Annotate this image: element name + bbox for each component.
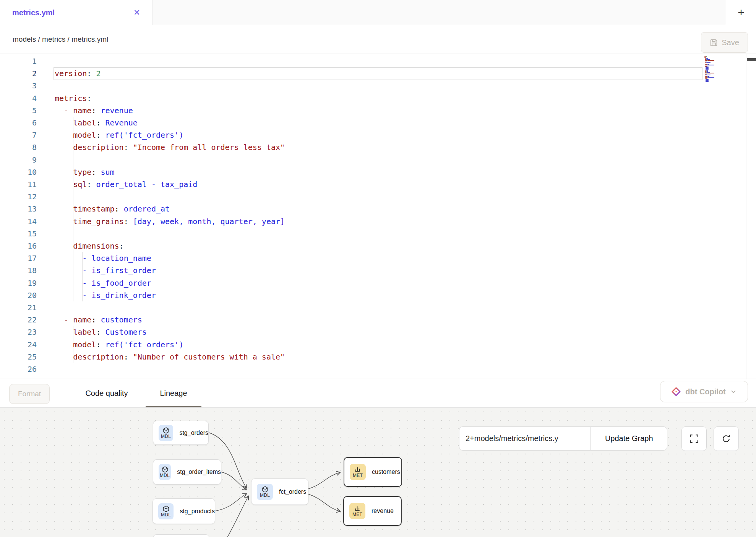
node-badge: MET bbox=[349, 503, 365, 519]
fullscreen-button[interactable] bbox=[681, 426, 707, 451]
node-badge-label: MET bbox=[352, 512, 362, 517]
minimap-line bbox=[706, 56, 707, 57]
line-number: 9 bbox=[15, 154, 37, 166]
tab-lineage[interactable]: Lineage bbox=[146, 379, 201, 407]
update-graph-button[interactable]: Update Graph bbox=[591, 427, 667, 450]
code-text: sql: order_total - tax_paid bbox=[55, 178, 197, 190]
indent-guide bbox=[82, 252, 83, 301]
line-number: 12 bbox=[15, 190, 37, 203]
code-line[interactable]: 10 type: sum bbox=[0, 166, 702, 179]
metric-chart-icon bbox=[354, 505, 361, 512]
scrollbar-thumb[interactable] bbox=[747, 58, 756, 61]
lineage-node-customers[interactable]: METcustomers bbox=[344, 457, 402, 487]
line-number: 19 bbox=[15, 277, 37, 289]
minimap-line bbox=[706, 62, 711, 63]
save-button[interactable]: Save bbox=[701, 32, 748, 53]
code-line[interactable]: 2version: 2 bbox=[0, 67, 702, 80]
code-line[interactable]: 24 model: ref('fct_orders') bbox=[0, 338, 702, 351]
save-label: Save bbox=[722, 38, 739, 47]
line-number: 17 bbox=[15, 252, 37, 264]
dbt-copilot-label: dbt Copilot bbox=[685, 387, 726, 396]
node-label: customers bbox=[372, 469, 400, 475]
code-line[interactable]: 26 bbox=[0, 363, 702, 376]
node-badge-label: MET bbox=[353, 473, 363, 478]
tab-strip-empty bbox=[153, 0, 726, 25]
node-label: fct_orders bbox=[279, 488, 306, 495]
minimap-line bbox=[706, 69, 709, 70]
minimap-line bbox=[706, 75, 711, 75]
code-text: - name: customers bbox=[55, 314, 142, 326]
line-number: 22 bbox=[15, 314, 37, 326]
code-text: label: Customers bbox=[55, 326, 147, 338]
code-line[interactable]: 3 bbox=[0, 80, 702, 92]
code-line[interactable]: 20 - is_drink_order bbox=[0, 289, 702, 302]
graph-selector-input[interactable] bbox=[459, 427, 591, 450]
code-text: - is_first_order bbox=[55, 264, 156, 277]
dbt-copilot-button[interactable]: dbt Copilot bbox=[660, 381, 748, 402]
code-line[interactable]: 22 - name: customers bbox=[0, 314, 702, 326]
code-line[interactable]: 21 bbox=[0, 301, 702, 314]
code-line[interactable]: 13 timestamp: ordered_at bbox=[0, 203, 702, 215]
indent-guide bbox=[73, 117, 73, 301]
indent-guide bbox=[64, 104, 64, 363]
model-cube-icon bbox=[261, 486, 269, 493]
code-text: description: "Number of customers with a… bbox=[55, 351, 285, 363]
lineage-node-revenue[interactable]: METrevenue bbox=[343, 496, 402, 526]
edge-fct_orders-to-revenue bbox=[308, 494, 340, 511]
code-text: - is_drink_order bbox=[55, 289, 156, 301]
line-number: 8 bbox=[15, 141, 37, 153]
lineage-node-fct_orders[interactable]: MDLfct_orders bbox=[251, 478, 308, 505]
code-line[interactable]: 7 model: ref('fct_orders') bbox=[0, 129, 702, 142]
node-label: stg_orders bbox=[179, 430, 208, 436]
minimap-line bbox=[705, 73, 707, 73]
code-line[interactable]: 6 label: Revenue bbox=[0, 117, 702, 129]
minimap-line bbox=[708, 65, 714, 65]
code-line[interactable]: 8 description: "Income from all orders l… bbox=[0, 141, 702, 154]
new-tab-button[interactable]: + bbox=[726, 0, 756, 25]
line-number: 1 bbox=[15, 55, 37, 67]
chevron-down-icon bbox=[730, 389, 737, 395]
tab-metrics-yml[interactable]: metrics.yml ✕ bbox=[0, 0, 152, 25]
code-text: timestamp: ordered_at bbox=[55, 203, 170, 215]
code-line[interactable]: 19 - is_food_order bbox=[0, 277, 702, 290]
lineage-node-stg_order_items[interactable]: MDLstg_order_items bbox=[153, 459, 221, 485]
node-badge: MDL bbox=[159, 425, 173, 441]
refresh-button[interactable] bbox=[714, 426, 739, 451]
lineage-canvas[interactable]: MDLstg_ordersMDLstg_order_itemsMDLstg_pr… bbox=[0, 408, 756, 537]
lineage-node-stg_products[interactable]: MDLstg_products bbox=[152, 498, 215, 524]
lineage-node-stg_orders[interactable]: MDLstg_orders bbox=[153, 421, 209, 445]
node-badge-label: MDL bbox=[161, 512, 171, 517]
code-line[interactable]: 17 - location_name bbox=[0, 252, 702, 265]
code-line[interactable]: 4metrics: bbox=[0, 92, 702, 105]
active-tab-underline bbox=[146, 406, 201, 407]
code-line[interactable]: 16 dimensions: bbox=[0, 240, 702, 252]
code-line[interactable]: 18 - is_first_order bbox=[0, 264, 702, 277]
code-editor[interactable]: 12version: 234metrics:5 - name: revenue6… bbox=[0, 54, 756, 379]
code-line[interactable]: 11 sql: order_total - tax_paid bbox=[0, 178, 702, 191]
plus-icon: + bbox=[738, 6, 745, 19]
code-line[interactable]: 15 bbox=[0, 228, 702, 240]
toolbar-divider bbox=[58, 379, 58, 407]
code-line[interactable]: 5 - name: revenue bbox=[0, 104, 702, 117]
node-badge: MET bbox=[350, 464, 366, 480]
tab-bar: metrics.yml ✕ + bbox=[0, 0, 756, 25]
line-number: 26 bbox=[15, 363, 37, 375]
code-line[interactable]: 12 bbox=[0, 190, 702, 203]
code-line[interactable]: 23 label: Customers bbox=[0, 326, 702, 338]
line-number: 20 bbox=[15, 289, 37, 301]
tab-code-quality[interactable]: Code quality bbox=[79, 379, 135, 407]
code-line[interactable]: 9 bbox=[0, 154, 702, 166]
code-line[interactable]: 25 description: "Number of customers wit… bbox=[0, 351, 702, 363]
node-badge-label: MDL bbox=[160, 473, 170, 478]
format-button[interactable]: Format bbox=[9, 384, 50, 404]
code-line[interactable]: 14 time_grains: [day, week, month, quart… bbox=[0, 215, 702, 228]
line-number: 11 bbox=[15, 178, 37, 190]
lineage-node-partial_node[interactable] bbox=[153, 534, 209, 537]
line-number: 16 bbox=[15, 240, 37, 252]
close-icon[interactable]: ✕ bbox=[129, 0, 144, 25]
code-line[interactable]: 1 bbox=[0, 55, 702, 68]
fullscreen-icon bbox=[689, 434, 699, 444]
indent-guide bbox=[73, 326, 73, 363]
node-badge: MDL bbox=[159, 464, 171, 480]
minimap-separator bbox=[746, 54, 746, 379]
